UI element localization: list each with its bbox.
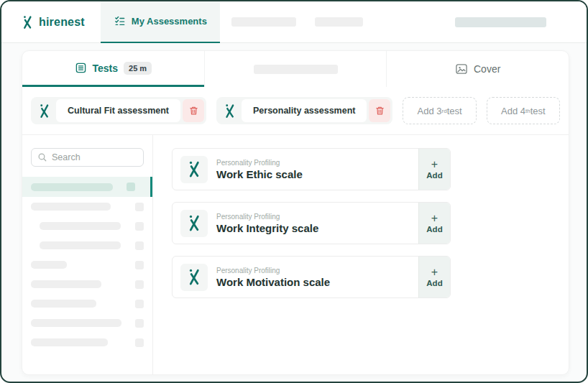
- add-slot-text: Add 4: [501, 106, 525, 116]
- add-button-label: Add: [426, 279, 442, 287]
- category-item[interactable]: [22, 197, 152, 216]
- skeleton-square: [135, 300, 144, 308]
- editor-tabs: Tests 25 m Cover: [22, 51, 569, 87]
- add-button-label: Add: [426, 225, 442, 234]
- test-category: Personality Profiling: [216, 267, 330, 274]
- skeleton-square: [135, 222, 144, 231]
- nav-tab-my-assessments[interactable]: My Assessments: [101, 1, 220, 43]
- plus-icon: +: [431, 213, 438, 223]
- test-library-sidebar: [22, 135, 153, 375]
- tab-cover[interactable]: Cover: [386, 51, 569, 87]
- skeleton-square: [135, 338, 144, 347]
- hirenest-x-icon: [180, 210, 208, 237]
- add-fourth-test-button[interactable]: Add 4th test: [487, 97, 560, 124]
- skeleton-bar: [31, 319, 121, 327]
- delete-test-button[interactable]: [183, 99, 204, 122]
- tab-cover-label: Cover: [474, 63, 500, 75]
- brand-name: hirenest: [39, 16, 85, 29]
- skeleton-bar: [31, 300, 96, 308]
- skeleton-square: [135, 261, 144, 269]
- test-result-card: Personality Profiling Work Integrity sca…: [172, 202, 451, 244]
- selected-test-name: Cultural Fit assessment: [56, 99, 180, 122]
- skeleton-square: [135, 241, 144, 250]
- tab-placeholder-bar: [254, 65, 338, 74]
- checklist-icon: [114, 15, 126, 27]
- tests-list-icon: [75, 62, 87, 74]
- delete-test-button[interactable]: [369, 99, 390, 122]
- category-item[interactable]: [22, 313, 152, 333]
- add-slot-text: Add 3: [418, 106, 442, 116]
- category-item[interactable]: [22, 236, 152, 255]
- plus-icon: +: [431, 160, 438, 170]
- category-item[interactable]: [22, 294, 152, 313]
- add-slot-text: test: [447, 106, 462, 116]
- category-item[interactable]: [22, 255, 152, 274]
- add-button-label: Add: [426, 171, 442, 180]
- add-slot-text: test: [530, 106, 546, 116]
- test-results-list: Personality Profiling Work Ethic scale +…: [153, 135, 569, 375]
- category-item[interactable]: [22, 216, 152, 236]
- skeleton-bar: [31, 183, 113, 191]
- selected-test-chip[interactable]: Cultural Fit assessment: [31, 97, 206, 124]
- test-title: Work Ethic scale: [216, 168, 303, 180]
- skeleton-bar: [40, 241, 121, 249]
- category-item[interactable]: [22, 274, 152, 294]
- skeleton-bar: [40, 222, 121, 230]
- nav-placeholder-2[interactable]: [315, 17, 363, 27]
- add-test-to-assessment-button[interactable]: + Add: [418, 149, 450, 190]
- skeleton-square: [135, 319, 144, 328]
- hirenest-x-icon: [219, 103, 242, 119]
- skeleton-bar: [31, 261, 67, 269]
- add-test-to-assessment-button[interactable]: + Add: [418, 203, 450, 244]
- test-category: Personality Profiling: [216, 159, 303, 167]
- test-result-card: Personality Profiling Work Ethic scale +…: [172, 148, 451, 190]
- skeleton-bar: [31, 280, 101, 288]
- selected-test-chip[interactable]: Personality assessment: [216, 97, 392, 124]
- ordinal-suffix: rd: [442, 108, 447, 114]
- hirenest-x-icon: [180, 156, 208, 183]
- category-item[interactable]: [22, 333, 152, 352]
- top-header: hirenest My Assessments: [1, 1, 587, 43]
- search-field[interactable]: [31, 148, 144, 167]
- nav-tab-label: My Assessments: [132, 16, 207, 27]
- trash-icon: [189, 106, 198, 116]
- hirenest-x-icon: [22, 15, 34, 29]
- tab-placeholder[interactable]: [204, 51, 387, 87]
- add-test-to-assessment-button[interactable]: + Add: [418, 257, 450, 297]
- category-list: [22, 177, 152, 352]
- add-third-test-button[interactable]: Add 3rd test: [403, 97, 476, 124]
- brand-logo[interactable]: hirenest: [22, 15, 85, 29]
- plus-icon: +: [431, 267, 438, 277]
- skeleton-bar: [31, 203, 111, 211]
- ordinal-suffix: th: [525, 108, 530, 114]
- cover-image-icon: [455, 63, 468, 75]
- nav-placeholder-1[interactable]: [231, 17, 296, 27]
- skeleton-bar: [31, 338, 108, 346]
- header-action-placeholder[interactable]: [455, 17, 546, 27]
- assessment-editor-card: Tests 25 m Cover: [22, 50, 569, 375]
- hirenest-x-icon: [180, 264, 208, 291]
- tab-tests-label: Tests: [93, 63, 119, 74]
- selected-tests-row: Cultural Fit assessment: [22, 87, 569, 135]
- test-title: Work Motivation scale: [216, 276, 330, 288]
- skeleton-square: [135, 280, 144, 289]
- editor-content: Personality Profiling Work Ethic scale +…: [22, 135, 569, 375]
- category-item-selected[interactable]: [22, 177, 152, 197]
- search-input[interactable]: [52, 152, 137, 162]
- hirenest-x-icon: [33, 103, 56, 119]
- tab-tests[interactable]: Tests 25 m: [22, 51, 204, 87]
- test-title: Work Integrity scale: [216, 222, 318, 234]
- duration-badge: 25 m: [124, 62, 152, 75]
- search-icon: [37, 152, 47, 162]
- skeleton-square: [135, 203, 144, 211]
- selected-test-name: Personality assessment: [242, 99, 367, 122]
- skeleton-square: [127, 183, 135, 191]
- test-result-card: Personality Profiling Work Motivation sc…: [172, 256, 451, 298]
- app-window: hirenest My Assessments: [0, 0, 588, 383]
- trash-icon: [375, 106, 385, 116]
- test-category: Personality Profiling: [216, 213, 318, 221]
